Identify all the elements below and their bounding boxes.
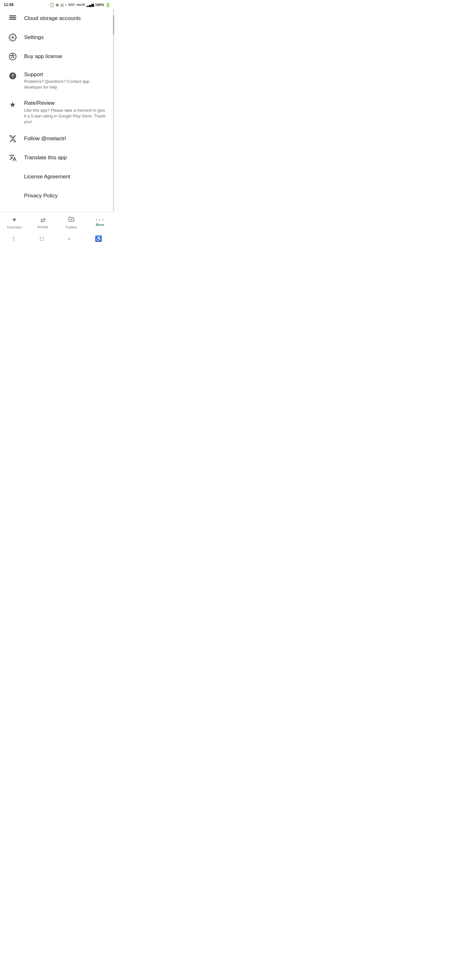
folders-icon — [68, 215, 75, 224]
bottom-navigation: ✦ Overview ⇄ Activity Folders • • • More — [0, 212, 114, 232]
x-twitter-icon — [6, 135, 19, 143]
svg-rect-1 — [9, 17, 16, 18]
dot-icon: • — [65, 3, 66, 7]
verified-icon — [6, 52, 19, 60]
menu-item-opensource[interactable]: Open source licenses — [0, 205, 114, 212]
battery-icon: 🔋 — [105, 3, 110, 7]
menu-item-twitter[interactable]: Follow @metactrl — [0, 129, 114, 148]
cloud-storage-icon — [6, 14, 19, 22]
privacy-text: Privacy Policy — [24, 192, 108, 199]
overview-icon: ✦ — [11, 216, 17, 224]
status-bar: 11:58 📋 ⊕ ◎ • WiFi VoLTE ▂▄▆ 100% 🔋 — [0, 0, 114, 9]
help-icon: ? — [6, 72, 19, 80]
support-subtitle: Problems? Questions? Contact app develop… — [24, 79, 108, 90]
nav-activity[interactable]: ⇄ Activity — [29, 212, 57, 232]
rate-title: Rate/Review — [24, 100, 108, 107]
scrollbar-track[interactable] — [113, 9, 114, 212]
menu-item-settings[interactable]: Settings — [0, 28, 114, 47]
svg-text:?: ? — [11, 73, 14, 78]
menu-item-rate[interactable]: ★ Rate/Review Like this app? Please take… — [0, 95, 114, 129]
screenshot-icon: 📋 — [49, 3, 54, 7]
translate-title: Translate this app — [24, 154, 108, 161]
cloud-storage-title: Cloud storage accounts — [24, 15, 108, 22]
menu-item-buy-license[interactable]: Buy app license — [0, 47, 114, 66]
cloud-storage-text: Cloud storage accounts — [24, 15, 108, 22]
support-text: Support Problems? Questions? Contact app… — [24, 71, 108, 90]
scrollbar-thumb[interactable] — [113, 15, 114, 34]
menu-item-support[interactable]: ? Support Problems? Questions? Contact a… — [0, 66, 114, 95]
svg-rect-2 — [9, 19, 16, 20]
signal-icon: ▂▄▆ — [86, 3, 94, 7]
menu-item-cloud-storage[interactable]: Cloud storage accounts — [0, 9, 114, 28]
nav-overview-label: Overview — [7, 225, 22, 229]
privacy-title: Privacy Policy — [24, 192, 108, 199]
nav-more[interactable]: • • • More — [86, 212, 114, 232]
twitter-title: Follow @metactrl — [24, 135, 108, 142]
status-icons: 📋 ⊕ ◎ • WiFi VoLTE ▂▄▆ 100% 🔋 — [49, 3, 110, 7]
svg-rect-0 — [9, 15, 16, 16]
buy-license-title: Buy app license — [24, 53, 108, 60]
accessibility-button[interactable]: ♿ — [90, 233, 107, 244]
activity-icon: ⇄ — [40, 216, 46, 224]
twitter-text: Follow @metactrl — [24, 135, 108, 142]
settings-icon — [6, 33, 19, 41]
menu-item-translate[interactable]: Translate this app — [0, 148, 114, 167]
volte-icon: VoLTE — [76, 3, 85, 6]
support-title: Support — [24, 71, 108, 78]
menu-content: Cloud storage accounts Settings Buy app … — [0, 9, 114, 212]
license-title: License Agreement — [24, 173, 108, 180]
home-button[interactable]: □ — [35, 234, 49, 244]
translate-text: Translate this app — [24, 154, 108, 161]
settings-title: Settings — [24, 34, 108, 41]
settings-text: Settings — [24, 34, 108, 41]
nav-activity-label: Activity — [37, 225, 49, 229]
buy-license-text: Buy app license — [24, 53, 108, 60]
nav-more-label: More — [96, 223, 104, 227]
location2-icon: ◎ — [60, 3, 64, 7]
recents-button[interactable]: ⫶ — [7, 234, 20, 244]
wifi-icon: WiFi — [68, 3, 75, 7]
status-time: 11:58 — [4, 3, 14, 7]
translate-icon — [6, 154, 19, 162]
rate-text: Rate/Review Like this app? Please take a… — [24, 100, 108, 125]
nav-overview[interactable]: ✦ Overview — [0, 212, 29, 232]
nav-folders[interactable]: Folders — [57, 212, 86, 232]
battery-text: 100% — [95, 3, 104, 7]
nav-folders-label: Folders — [66, 225, 78, 229]
rate-subtitle: Like this app? Please take a moment to g… — [24, 108, 108, 125]
license-text: License Agreement — [24, 173, 108, 180]
more-icon: • • • — [96, 218, 104, 221]
star-icon: ★ — [6, 100, 19, 109]
system-nav-bar: ⫶ □ ‹ ♿ — [0, 232, 114, 245]
back-button[interactable]: ‹ — [63, 234, 75, 244]
location-icon: ⊕ — [56, 3, 59, 7]
menu-item-license[interactable]: License Agreement — [0, 167, 114, 186]
menu-item-privacy[interactable]: Privacy Policy — [0, 186, 114, 205]
